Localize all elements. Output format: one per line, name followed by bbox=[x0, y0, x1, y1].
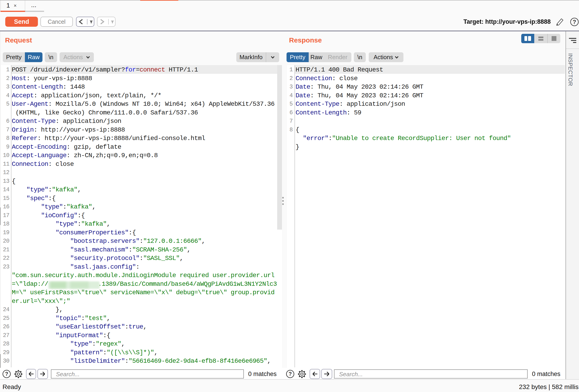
svg-text:?: ? bbox=[5, 371, 8, 377]
svg-text:?: ? bbox=[573, 19, 576, 25]
svg-text:?: ? bbox=[289, 371, 292, 377]
